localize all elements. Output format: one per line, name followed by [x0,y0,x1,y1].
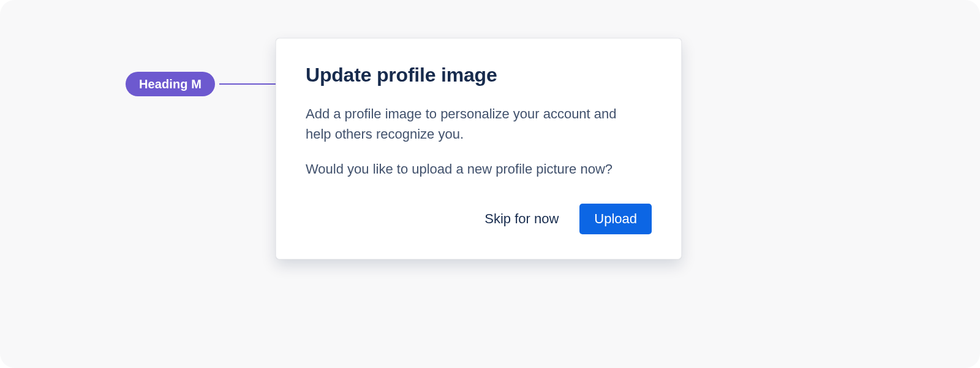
dialog-title: Update profile image [306,63,652,86]
dialog-actions: Skip for now Upload [306,204,652,234]
dialog-body-2: Would you like to upload a new profile p… [306,159,636,179]
dialog-card: Update profile image Add a profile image… [276,38,682,259]
dialog-body-1: Add a profile image to personalize your … [306,104,636,144]
annotation-label: Heading M [139,72,202,96]
upload-button[interactable]: Upload [579,204,652,234]
skip-button[interactable]: Skip for now [480,204,564,234]
annotation-pill: Heading M [126,72,215,96]
design-canvas: Heading M Update profile image Add a pro… [0,0,980,368]
annotation-connector-line [219,83,282,85]
